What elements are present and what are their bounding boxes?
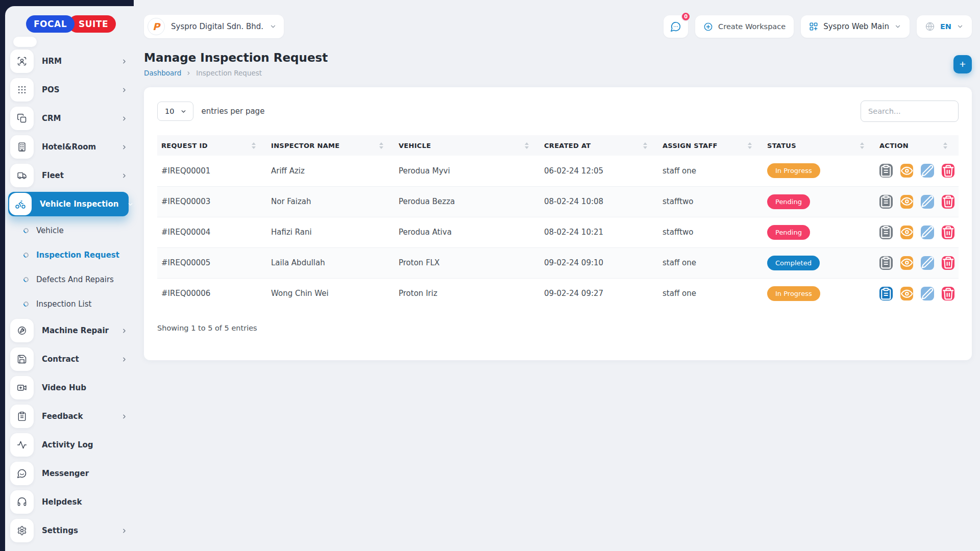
report-button[interactable] <box>879 164 893 178</box>
action-cell <box>875 217 959 247</box>
sidebar-item-fleet[interactable]: Fleet <box>8 161 134 190</box>
edit-button[interactable] <box>921 195 934 209</box>
view-button[interactable] <box>900 226 914 239</box>
chevron-right-icon <box>121 356 128 363</box>
sidebar-item-label: Video Hub <box>42 383 128 392</box>
created-at-cell: 09-02-24 09:27 <box>540 278 658 309</box>
row-actions <box>879 256 954 270</box>
table-body: #IREQ00001 Ariff Aziz Perodua Myvi 06-02… <box>157 156 959 309</box>
created-at-cell: 08-02-24 10:21 <box>540 217 658 247</box>
chevron-right-icon <box>121 172 128 179</box>
pencil-icon <box>921 195 934 208</box>
chevron-right-icon <box>121 328 128 334</box>
edit-button[interactable] <box>921 256 934 270</box>
delete-button[interactable] <box>942 256 955 270</box>
action-cell <box>875 186 959 217</box>
logo-suite: SUITE <box>68 15 116 33</box>
chevron-down-icon <box>127 201 134 208</box>
breadcrumb-current: Inspection Request <box>196 69 262 77</box>
assign-staff-cell: staff one <box>658 278 763 309</box>
clipboard-icon <box>879 256 893 269</box>
chevron-right-icon <box>121 413 128 420</box>
breadcrumb: Dashboard Inspection Request <box>144 69 328 77</box>
delete-button[interactable] <box>942 287 955 300</box>
assign-staff-cell: staff one <box>658 156 763 186</box>
sidebar-subitem-vehicle[interactable]: Vehicle <box>23 218 134 243</box>
row-actions <box>879 287 954 300</box>
row-actions <box>879 195 954 209</box>
workspace-name: Syspro Digital Sdn. Bhd. <box>171 22 263 31</box>
add-inspection-request-button[interactable]: + <box>953 55 972 73</box>
search-input[interactable] <box>861 101 959 122</box>
truck-icon <box>10 164 34 187</box>
delete-button[interactable] <box>942 226 955 239</box>
sidebar-item-contract[interactable]: Contract <box>8 345 134 373</box>
chevron-right-icon <box>186 70 191 76</box>
wrench-circle-icon <box>10 319 34 342</box>
breadcrumb-dashboard-link[interactable]: Dashboard <box>144 69 181 77</box>
column-header-assign-staff[interactable]: ASSIGN STAFF <box>658 135 763 156</box>
sidebar-item-label: Machine Repair <box>42 326 113 335</box>
delete-button[interactable] <box>942 164 955 178</box>
report-button[interactable] <box>879 287 893 300</box>
column-header-status[interactable]: STATUS <box>763 135 875 156</box>
workspace-selector[interactable]: P Syspro Digital Sdn. Bhd. <box>144 15 284 38</box>
edit-button[interactable] <box>921 287 934 300</box>
delete-button[interactable] <box>942 195 955 209</box>
column-header-request-id[interactable]: REQUEST ID <box>157 135 267 156</box>
sidebar-item-label: Vehicle Inspection <box>40 199 119 209</box>
report-button[interactable] <box>879 256 893 270</box>
eye-icon <box>900 287 914 300</box>
pencil-icon <box>921 226 934 239</box>
sidebar-item-feedback[interactable]: Feedback <box>8 402 134 431</box>
created-at-cell: 09-02-24 09:10 <box>540 247 658 278</box>
status-badge: Pending <box>767 225 810 240</box>
report-button[interactable] <box>879 226 893 239</box>
circle-bullet-icon <box>22 252 30 259</box>
view-button[interactable] <box>900 256 914 270</box>
sidebar-item-hrm[interactable]: HRM <box>8 47 134 76</box>
column-header-action[interactable]: ACTION <box>875 135 959 156</box>
row-actions <box>879 164 954 178</box>
view-button[interactable] <box>900 195 914 209</box>
edit-button[interactable] <box>921 226 934 239</box>
status-cell: In Progress <box>763 156 875 186</box>
create-workspace-button[interactable]: Create Workspace <box>695 15 794 38</box>
language-selector[interactable]: EN <box>917 15 972 38</box>
sidebar-item-video-hub[interactable]: Video Hub <box>8 373 134 402</box>
sidebar-item-messenger[interactable]: Messenger <box>8 459 134 488</box>
sidebar-subitem-inspection-list[interactable]: Inspection List <box>23 292 134 316</box>
entries-per-page-select[interactable]: 10 <box>157 102 193 121</box>
view-button[interactable] <box>900 287 914 300</box>
logo-focal: FOCAL <box>26 15 75 33</box>
sidebar-item-activity-log[interactable]: Activity Log <box>8 431 134 459</box>
user-scan-icon <box>10 49 34 73</box>
edit-button[interactable] <box>921 164 934 178</box>
brand-logo[interactable]: FOCAL SUITE <box>8 6 134 36</box>
sidebar-item-vehicle-inspection[interactable]: Vehicle Inspection <box>8 192 129 216</box>
view-button[interactable] <box>900 164 914 178</box>
column-header-inspector-name[interactable]: INSPECTOR NAME <box>267 135 395 156</box>
partial-menu-item <box>13 37 37 47</box>
table-row: #IREQ00001 Ariff Aziz Perodua Myvi 06-02… <box>157 156 959 186</box>
sidebar-item-label: Messenger <box>42 469 128 478</box>
status-cell: Pending <box>763 217 875 247</box>
entries-per-page-control: 10 entries per page <box>157 102 264 121</box>
table-row: #IREQ00005 Laila Abdullah Proton FLX 09-… <box>157 247 959 278</box>
sidebar-item-machine-repair[interactable]: Machine Repair <box>8 316 134 345</box>
sidebar-item-pos[interactable]: POS <box>8 76 134 104</box>
messages-button[interactable]: 0 <box>664 15 688 38</box>
page-header: Manage Inspection Request Dashboard Insp… <box>144 51 972 77</box>
status-cell: Pending <box>763 186 875 217</box>
sidebar-subitem-inspection-request[interactable]: Inspection Request <box>23 243 134 267</box>
app-selector[interactable]: Syspro Web Main <box>801 15 910 38</box>
sidebar-subitem-defects-and-repairs[interactable]: Defects And Repairs <box>23 267 134 292</box>
sidebar-item-settings[interactable]: Settings <box>8 516 134 545</box>
sidebar-item-hotel-room[interactable]: Hotel&Room <box>8 133 134 161</box>
column-header-vehicle[interactable]: VEHICLE <box>395 135 540 156</box>
report-button[interactable] <box>879 195 893 209</box>
sidebar-item-helpdesk[interactable]: Helpdesk <box>8 488 134 516</box>
sidebar-item-crm[interactable]: CRM <box>8 104 134 133</box>
column-header-created-at[interactable]: CREATED AT <box>540 135 658 156</box>
trash-icon <box>942 287 955 300</box>
